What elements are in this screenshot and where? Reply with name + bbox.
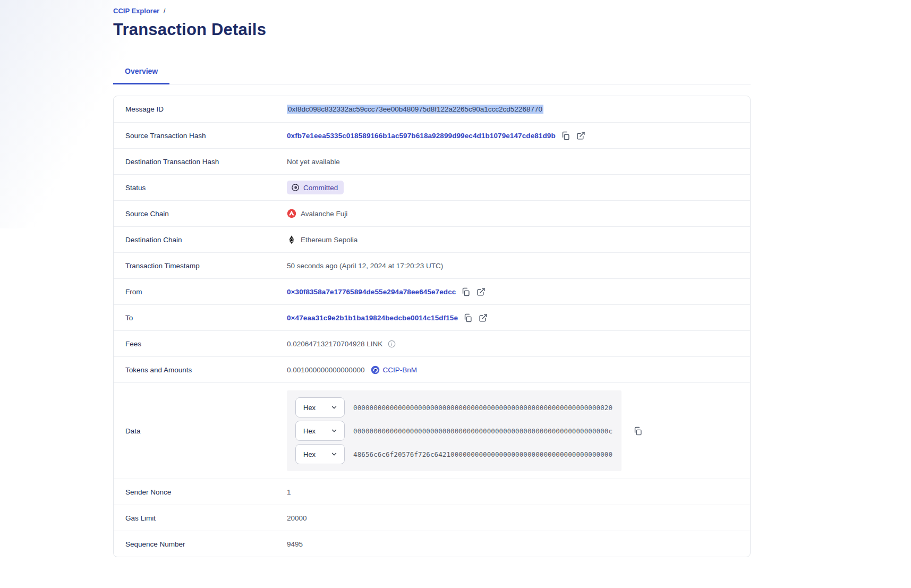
page-title: Transaction Details xyxy=(113,20,751,39)
table-row-source-chain: Source Chain Avalanche Fuji xyxy=(114,200,750,226)
table-row-from: From 0×30f8358a7e17765894de55e294a78ee64… xyxy=(114,278,750,304)
external-link-icon[interactable] xyxy=(478,312,489,323)
breadcrumb-separator: / xyxy=(164,7,166,15)
copy-icon[interactable] xyxy=(462,312,473,323)
copy-icon[interactable] xyxy=(460,286,471,297)
row-label: Sequence Number xyxy=(125,540,287,548)
breadcrumb: CCIP Explorer / xyxy=(113,0,751,15)
encoding-select-value: Hex xyxy=(303,404,316,412)
row-label: Sender Nonce xyxy=(125,488,287,496)
token-amount-value: 0.001000000000000000 xyxy=(287,366,364,374)
status-badge-label: Committed xyxy=(303,184,338,192)
destination-chain-name: Ethereum Sepolia xyxy=(301,236,357,244)
table-row-fees: Fees 0.020647132170704928 LINK xyxy=(114,330,750,356)
committed-pulse-icon xyxy=(291,183,300,192)
avalanche-icon xyxy=(287,209,296,218)
copy-icon[interactable] xyxy=(632,425,643,437)
main-content: CCIP Explorer / Transaction Details Over… xyxy=(113,0,751,557)
table-row-transaction-timestamp: Transaction Timestamp 50 seconds ago (Ap… xyxy=(114,252,750,278)
destination-tx-hash-value: Not yet available xyxy=(287,158,340,166)
row-label: Source Transaction Hash xyxy=(125,132,287,140)
data-hex-value: 0000000000000000000000000000000000000000… xyxy=(353,427,612,435)
source-tx-hash-link[interactable]: 0xfb7e1eea5335c018589166b1ac597b618a9289… xyxy=(287,132,556,140)
row-label: Destination Transaction Hash xyxy=(125,158,287,166)
data-hex-panel: Hex 000000000000000000000000000000000000… xyxy=(287,390,621,471)
table-row-to: To 0×47eaa31c9e2b1b1ba19824bedcbe0014c15… xyxy=(114,304,750,330)
breadcrumb-ccip-explorer-link[interactable]: CCIP Explorer xyxy=(113,7,159,15)
table-row-tokens-and-amounts: Tokens and Amounts 0.001000000000000000 … xyxy=(114,356,750,382)
sequence-number-value: 9495 xyxy=(287,540,303,548)
row-label: Gas Limit xyxy=(125,514,287,522)
tab-overview[interactable]: Overview xyxy=(113,62,169,84)
table-row-data: Data Hex 0000000000000000000000000000000… xyxy=(114,382,750,479)
table-row-destination-chain: Destination Chain Ethereum Sepolia xyxy=(114,226,750,252)
row-label: Fees xyxy=(125,340,287,348)
table-row-status: Status Committed xyxy=(114,174,750,200)
data-hex-value: 0000000000000000000000000000000000000000… xyxy=(353,404,612,412)
row-label: Status xyxy=(125,184,287,192)
gas-limit-value: 20000 xyxy=(287,514,307,522)
row-label: From xyxy=(125,288,287,296)
table-row-sequence-number: Sequence Number 9495 xyxy=(114,531,750,557)
source-chain-name: Avalanche Fuji xyxy=(301,210,347,218)
table-row-message-id: Message ID 0xf8dc098c832332ac59ccc73ee00… xyxy=(114,96,750,122)
table-row-gas-limit: Gas Limit 20000 xyxy=(114,505,750,531)
data-hex-value: 48656c6c6f20576f726c64210000000000000000… xyxy=(353,450,612,458)
status-badge: Committed xyxy=(287,181,344,194)
sender-nonce-value: 1 xyxy=(287,488,291,496)
copy-icon[interactable] xyxy=(560,130,571,141)
table-row-sender-nonce: Sender Nonce 1 xyxy=(114,479,750,505)
encoding-select-value: Hex xyxy=(303,427,316,435)
ethereum-icon xyxy=(287,235,296,244)
row-label: Message ID xyxy=(125,105,287,113)
data-hex-line: Hex 48656c6c6f20576f726c6421000000000000… xyxy=(295,442,621,466)
encoding-select[interactable]: Hex xyxy=(295,421,345,441)
data-hex-line: Hex 000000000000000000000000000000000000… xyxy=(295,396,621,419)
row-label: Data xyxy=(125,427,287,435)
row-label: Source Chain xyxy=(125,210,287,218)
info-icon[interactable] xyxy=(388,340,396,348)
encoding-select[interactable]: Hex xyxy=(295,397,345,417)
message-id-value: 0xf8dc098c832332ac59ccc73ee00b480975d8f1… xyxy=(287,105,543,114)
chevron-down-icon xyxy=(330,427,338,434)
ccip-bnm-token-icon xyxy=(371,365,380,374)
row-label: Tokens and Amounts xyxy=(125,366,287,374)
tab-bar: Overview xyxy=(113,62,751,84)
from-address-link[interactable]: 0×30f8358a7e17765894de55e294a78ee645e7ed… xyxy=(287,288,456,296)
transaction-timestamp-value: 50 seconds ago (April 12, 2024 at 17:20:… xyxy=(287,262,443,270)
row-label: To xyxy=(125,314,287,322)
encoding-select-value: Hex xyxy=(303,450,316,458)
table-row-source-tx-hash: Source Transaction Hash 0xfb7e1eea5335c0… xyxy=(114,122,750,148)
to-address-link[interactable]: 0×47eaa31c9e2b1b1ba19824bedcbe0014c15df1… xyxy=(287,314,458,322)
data-hex-line: Hex 000000000000000000000000000000000000… xyxy=(295,419,621,442)
external-link-icon[interactable] xyxy=(575,130,586,141)
transaction-details-card: Message ID 0xf8dc098c832332ac59ccc73ee00… xyxy=(113,96,751,557)
row-label: Transaction Timestamp xyxy=(125,262,287,270)
chevron-down-icon xyxy=(330,450,338,458)
encoding-select[interactable]: Hex xyxy=(295,444,345,464)
token-link[interactable]: CCIP-BnM xyxy=(371,365,417,374)
chevron-down-icon xyxy=(330,404,338,411)
token-name: CCIP-BnM xyxy=(382,366,417,374)
external-link-icon[interactable] xyxy=(475,286,487,297)
row-label: Destination Chain xyxy=(125,236,287,244)
fees-value: 0.020647132170704928 LINK xyxy=(287,340,382,348)
table-row-destination-tx-hash: Destination Transaction Hash Not yet ava… xyxy=(114,148,750,174)
